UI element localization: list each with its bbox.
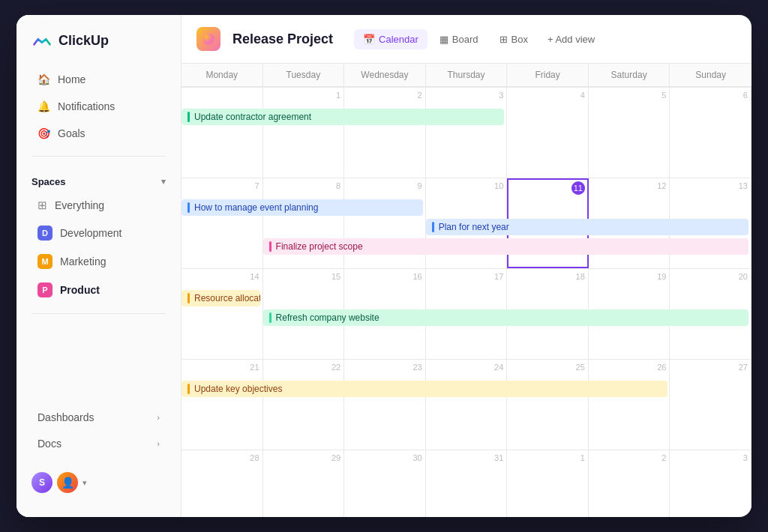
project-title: Release Project bbox=[232, 31, 333, 47]
box-icon: ⊞ bbox=[500, 34, 508, 45]
development-badge: D bbox=[38, 226, 52, 241]
sidebar-item-everything[interactable]: ⊞ Everything bbox=[22, 193, 175, 218]
calendar-event-w3-e1[interactable]: Resource allocation bbox=[182, 290, 260, 306]
day-cell-w1-d3[interactable]: 2 bbox=[344, 88, 426, 178]
day-cell-w4-d3[interactable]: 23 bbox=[344, 360, 426, 450]
top-bar: Release Project 📅 Calendar ▦ Board ⊞ Box… bbox=[182, 15, 752, 64]
goals-icon: 🎯 bbox=[38, 127, 50, 139]
product-badge: P bbox=[38, 282, 52, 297]
sidebar: ClickUp 🏠 Home 🔔 Notifications 🎯 Goals S… bbox=[16, 15, 182, 517]
chevron-down-icon: ▾ bbox=[161, 177, 166, 187]
day-header-thursday: Thursday bbox=[426, 64, 508, 87]
docs-label: Docs bbox=[38, 438, 62, 450]
tab-box[interactable]: ⊞ Box bbox=[490, 29, 537, 49]
clickup-logo-icon bbox=[32, 30, 52, 51]
avatar-s: S bbox=[32, 472, 52, 493]
calendar-header: Monday Tuesday Wednesday Thursday Friday… bbox=[182, 64, 752, 88]
day-cell-w2-d1[interactable]: 7 bbox=[182, 178, 263, 268]
home-label: Home bbox=[58, 73, 86, 85]
add-view-label: + Add view bbox=[548, 34, 595, 45]
board-icon: ▦ bbox=[440, 34, 448, 45]
day-cell-w5-d1[interactable]: 28 bbox=[182, 450, 263, 517]
everything-label: Everything bbox=[55, 199, 104, 211]
day-cell-w4-d5[interactable]: 25 bbox=[507, 360, 589, 450]
day-cell-w1-d1[interactable] bbox=[182, 88, 263, 178]
divider-2 bbox=[32, 313, 166, 314]
day-header-saturday: Saturday bbox=[589, 64, 670, 87]
day-header-tuesday: Tuesday bbox=[263, 64, 345, 87]
calendar-event-w4-e1[interactable]: Update key objectives bbox=[182, 381, 668, 397]
project-icon bbox=[196, 27, 220, 51]
day-cell-w5-d5[interactable]: 1 bbox=[507, 450, 589, 517]
svg-point-0 bbox=[202, 33, 214, 45]
home-icon: 🏠 bbox=[38, 73, 50, 85]
calendar-event-w3-e2[interactable]: Refresh company website bbox=[263, 309, 749, 326]
user-chevron-icon: ▾ bbox=[82, 478, 87, 488]
dashboards-label: Dashboards bbox=[38, 411, 94, 423]
day-cell-w1-d7[interactable]: 6 bbox=[670, 88, 752, 178]
add-view-button[interactable]: + Add view bbox=[540, 29, 602, 49]
day-cell-w1-d5[interactable]: 4 bbox=[507, 88, 589, 178]
sidebar-item-home[interactable]: 🏠 Home bbox=[22, 67, 175, 92]
divider bbox=[32, 156, 166, 157]
sidebar-item-docs[interactable]: Docs › bbox=[22, 431, 175, 456]
sidebar-item-notifications[interactable]: 🔔 Notifications bbox=[22, 94, 175, 119]
spaces-label: Spaces bbox=[32, 176, 66, 187]
sidebar-item-dashboards[interactable]: Dashboards › bbox=[22, 405, 175, 430]
calendar-event-w2-e3[interactable]: Finalize project scope bbox=[263, 238, 749, 255]
calendar-icon: 📅 bbox=[363, 34, 375, 45]
week-4: 21222324252627Update key objectives bbox=[182, 360, 752, 450]
calendar-event-w2-e2[interactable]: Plan for next year bbox=[426, 219, 748, 235]
chevron-right-icon-2: › bbox=[157, 439, 160, 448]
day-cell-w5-d4[interactable]: 31 bbox=[426, 450, 508, 517]
bottom-nav-section: Dashboards › Docs › bbox=[16, 404, 181, 457]
view-tabs: 📅 Calendar ▦ Board ⊞ Box + Add view bbox=[354, 29, 602, 49]
chevron-right-icon: › bbox=[157, 413, 160, 422]
app-container: ClickUp 🏠 Home 🔔 Notifications 🎯 Goals S… bbox=[16, 15, 752, 517]
day-cell-w4-d6[interactable]: 26 bbox=[589, 360, 670, 450]
day-cell-w5-d2[interactable]: 29 bbox=[263, 450, 345, 517]
logo-area: ClickUp bbox=[16, 30, 181, 66]
day-cell-w1-d4[interactable]: 3 bbox=[426, 88, 508, 178]
week-5: 28293031123 bbox=[182, 450, 752, 517]
marketing-label: Marketing bbox=[60, 256, 106, 267]
week-3: 14151617181920Resource allocationRefresh… bbox=[182, 269, 752, 360]
main-content: Release Project 📅 Calendar ▦ Board ⊞ Box… bbox=[182, 15, 752, 517]
day-cell-w4-d4[interactable]: 24 bbox=[426, 360, 508, 450]
board-tab-label: Board bbox=[452, 34, 478, 45]
calendar-tab-label: Calendar bbox=[379, 34, 418, 45]
day-cell-w2-d2[interactable]: 8 bbox=[263, 178, 345, 268]
day-cell-w3-d1[interactable]: 14 bbox=[182, 269, 263, 359]
day-cell-w5-d7[interactable]: 3 bbox=[670, 450, 752, 517]
avatar-img bbox=[57, 472, 78, 493]
notifications-label: Notifications bbox=[58, 100, 115, 112]
calendar-wrapper: Monday Tuesday Wednesday Thursday Friday… bbox=[182, 64, 752, 517]
tab-board[interactable]: ▦ Board bbox=[430, 29, 488, 49]
calendar-event-w1-e1[interactable]: Update contractor agreement bbox=[182, 109, 504, 125]
box-tab-label: Box bbox=[512, 34, 528, 45]
user-area[interactable]: S ▾ bbox=[16, 463, 181, 502]
app-name: ClickUp bbox=[58, 33, 109, 49]
development-label: Development bbox=[60, 227, 122, 239]
day-cell-w4-d7[interactable]: 27 bbox=[670, 360, 752, 450]
day-cell-w4-d1[interactable]: 21 bbox=[182, 360, 263, 450]
day-cell-w1-d2[interactable]: 1 bbox=[263, 88, 345, 178]
tab-calendar[interactable]: 📅 Calendar bbox=[354, 29, 428, 49]
grid-icon: ⊞ bbox=[38, 199, 47, 212]
sidebar-item-goals[interactable]: 🎯 Goals bbox=[22, 121, 175, 146]
day-header-wednesday: Wednesday bbox=[344, 64, 426, 87]
day-cell-w5-d3[interactable]: 30 bbox=[344, 450, 426, 517]
day-cell-w4-d2[interactable]: 22 bbox=[263, 360, 345, 450]
day-cell-w5-d6[interactable]: 2 bbox=[589, 450, 670, 517]
goals-label: Goals bbox=[58, 127, 86, 139]
day-cell-w1-d6[interactable]: 5 bbox=[589, 88, 670, 178]
sidebar-item-development[interactable]: D Development bbox=[22, 220, 175, 247]
week-1: 123456Update contractor agreement bbox=[182, 88, 752, 178]
sidebar-item-marketing[interactable]: M Marketing bbox=[22, 248, 175, 275]
day-header-friday: Friday bbox=[507, 64, 589, 87]
product-label: Product bbox=[60, 284, 100, 296]
day-cell-w2-d3[interactable]: 9 bbox=[344, 178, 426, 268]
weeks-container: 123456Update contractor agreement7891011… bbox=[182, 88, 752, 517]
sidebar-item-product[interactable]: P Product bbox=[22, 276, 175, 303]
calendar-event-w2-e1[interactable]: How to manage event planning bbox=[182, 199, 423, 216]
